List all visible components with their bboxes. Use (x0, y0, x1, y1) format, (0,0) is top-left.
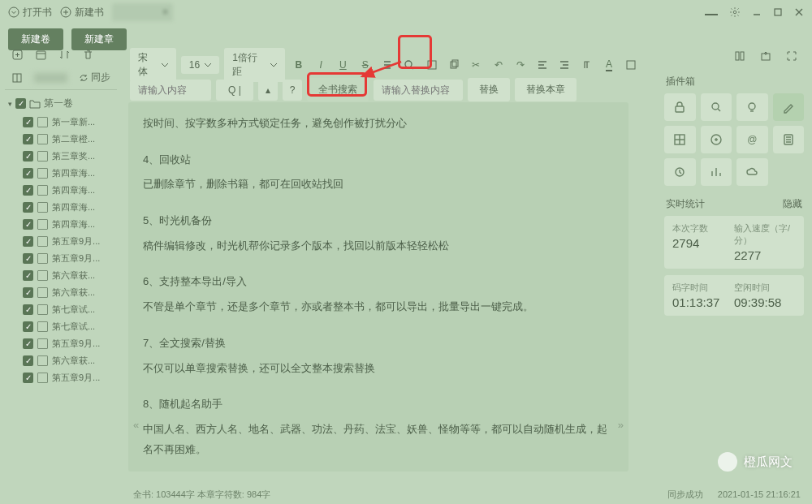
checkbox-icon[interactable]: ✓ (23, 355, 33, 366)
plugin-random-icon[interactable] (664, 158, 696, 186)
checkbox-icon[interactable]: ✓ (23, 202, 33, 213)
chapter-label: 第七章试... (52, 304, 95, 316)
checkbox-icon[interactable]: ✓ (23, 117, 33, 127)
dash-icon[interactable] (705, 14, 718, 15)
checkbox-icon[interactable]: ✓ (23, 134, 33, 144)
search-up-button[interactable]: ▴ (258, 80, 278, 101)
checkbox-icon[interactable]: ✓ (23, 287, 33, 298)
chapter-item[interactable]: ✓第四章海... (5, 216, 117, 233)
chapter-item[interactable]: ✓第六章获... (5, 352, 117, 369)
font-color-icon[interactable]: A (600, 56, 617, 74)
chapter-item[interactable]: ✓第二章橙... (5, 131, 117, 148)
chapter-item[interactable]: ✓第四章海... (5, 165, 117, 182)
chapter-item[interactable]: ✓第五章9月... (5, 250, 117, 267)
chapter-item[interactable]: ✓第三章奖... (5, 148, 117, 165)
redo-icon[interactable]: ↷ (512, 56, 529, 74)
editor-content[interactable]: 按时间、按字数多种方式锁定任务，避免创作被打扰分心4、回收站已删除章节，删除书籍… (128, 102, 628, 472)
chapter-item[interactable]: ✓第四章海... (5, 199, 117, 216)
checkbox-icon[interactable]: ✓ (23, 253, 33, 264)
font-size-select[interactable]: 16 (181, 56, 219, 74)
chapter-item[interactable]: ✓第五章9月... (5, 233, 117, 250)
chapter-item[interactable]: ✓第七章试... (5, 318, 117, 335)
italic-icon[interactable]: I (312, 56, 329, 74)
list-icon[interactable] (378, 56, 395, 74)
settings-icon[interactable] (729, 6, 741, 18)
checkbox-icon[interactable]: ✓ (23, 219, 33, 230)
plugin-cloud-icon[interactable] (736, 158, 768, 186)
layout-icon[interactable] (731, 47, 749, 65)
checkbox-icon[interactable]: ✓ (23, 151, 33, 162)
typography-icon[interactable] (578, 56, 595, 74)
search-mode-button[interactable]: Q | (216, 80, 253, 101)
open-book-button[interactable]: 打开书 (8, 6, 52, 19)
replace-button[interactable]: 替换 (468, 78, 510, 101)
svg-point-4 (405, 61, 412, 67)
chapter-item[interactable]: ✓第四章海... (5, 182, 117, 199)
plugin-at-icon[interactable]: @ (736, 126, 768, 153)
checkbox-icon[interactable]: ✓ (23, 236, 33, 247)
chapter-label: 第四章海... (52, 167, 95, 179)
chapter-item[interactable]: ✓第七章试... (5, 301, 117, 318)
checkbox-icon[interactable]: ✓ (15, 98, 26, 109)
doc-icon (37, 202, 48, 213)
maximize-button[interactable] (773, 7, 783, 17)
checkbox-icon[interactable]: ✓ (23, 185, 33, 196)
cut-icon[interactable]: ✂ (468, 56, 485, 74)
minimize-button[interactable] (752, 7, 762, 17)
next-page-button[interactable]: » (618, 416, 624, 436)
checkbox-icon[interactable]: ✓ (23, 338, 33, 349)
book-icon[interactable] (11, 72, 23, 84)
book-tab[interactable]: × (112, 3, 173, 21)
plugin-stats-icon[interactable] (701, 158, 732, 186)
plugin-lock-icon[interactable] (664, 93, 696, 121)
calendar-icon[interactable] (35, 49, 47, 61)
checkbox-icon[interactable]: ✓ (23, 321, 33, 332)
fullscreen-icon[interactable] (783, 47, 801, 65)
chapter-item[interactable]: ✓第六章获... (5, 267, 117, 284)
search-icon[interactable] (401, 56, 418, 74)
align-icon[interactable] (534, 56, 551, 74)
plugin-idea-icon[interactable] (736, 93, 768, 121)
chapter-item[interactable]: ✓第六章获... (5, 284, 117, 301)
checkbox-icon[interactable]: ✓ (23, 168, 33, 179)
svg-rect-8 (452, 60, 458, 67)
undo-icon[interactable]: ↶ (490, 56, 507, 74)
close-tab-button[interactable]: × (162, 6, 168, 18)
checkbox-icon[interactable]: ✓ (23, 304, 33, 315)
checkbox-icon[interactable]: ✓ (23, 373, 33, 383)
bold-icon[interactable]: B (290, 56, 307, 74)
new-book-button[interactable]: 新建书 (60, 6, 104, 19)
sync-button[interactable]: 同步 (79, 71, 110, 84)
plugin-calc-icon[interactable] (773, 126, 805, 153)
more-icon[interactable] (623, 56, 640, 74)
svg-point-6 (430, 62, 431, 64)
plugin-grid-icon[interactable] (664, 126, 696, 153)
strike-icon[interactable]: S (356, 56, 374, 74)
prev-page-button[interactable]: « (133, 416, 139, 436)
help-button[interactable]: ? (283, 80, 302, 101)
plugin-coin-icon[interactable] (701, 126, 732, 153)
volume-item[interactable]: ▾ ✓ 第一卷 (5, 93, 117, 114)
image-icon[interactable] (423, 56, 440, 74)
full-search-button[interactable]: 全书搜索 (307, 78, 369, 101)
titlebar: 打开书 新建书 × (0, 0, 812, 24)
search-input[interactable] (130, 80, 211, 101)
checkbox-icon[interactable]: ✓ (23, 270, 33, 281)
trash-icon[interactable] (82, 49, 94, 61)
plugin-edit-icon[interactable] (773, 93, 805, 121)
close-window-button[interactable] (794, 7, 804, 17)
sort-icon[interactable] (58, 49, 71, 61)
chapter-item[interactable]: ✓第五章9月... (5, 369, 117, 386)
plugin-search-icon[interactable] (701, 93, 732, 121)
copy-icon[interactable] (445, 56, 462, 74)
hide-stats-button[interactable]: 隐藏 (783, 197, 802, 211)
replace-input[interactable] (374, 80, 463, 101)
add-icon[interactable] (11, 49, 24, 61)
indent-icon[interactable] (556, 56, 573, 74)
svg-rect-16 (676, 106, 684, 112)
export-icon[interactable] (757, 47, 775, 65)
chapter-item[interactable]: ✓第五章9月... (5, 335, 117, 352)
replace-chapter-button[interactable]: 替换本章 (515, 78, 577, 101)
chapter-item[interactable]: ✓第一章新... (5, 114, 117, 131)
underline-icon[interactable]: U (335, 56, 352, 74)
